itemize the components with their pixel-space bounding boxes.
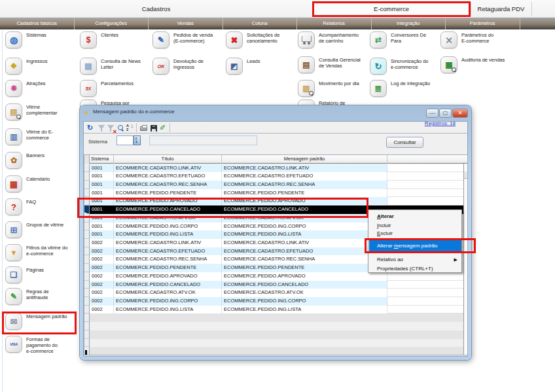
menu-item-incluir[interactable]: Incluir	[369, 221, 461, 230]
registros-link[interactable]: Registros: 18	[425, 120, 456, 126]
menubar-item-5[interactable]: Relatórios	[297, 18, 372, 29]
table-row[interactable]: 0001ECOMMERCE.CADASTRO.EFETUADOECOMMERCE…	[84, 172, 467, 181]
clear-icon[interactable]: ✐	[160, 124, 166, 132]
menu-item-alterar[interactable]: Alterar	[369, 212, 461, 221]
table-row[interactable]: 0002ECOMMERCE.PEDIDO.ING.CORPOECOMMERCE.…	[84, 297, 467, 306]
grid-item-label: Log de integração	[391, 80, 434, 86]
row-marker[interactable]	[84, 272, 90, 281]
minimize-button[interactable]: —	[426, 109, 439, 118]
annotation-box-ecommerce-tab	[312, 1, 471, 17]
pedidos-de-venda-icon: ✎	[152, 31, 170, 48]
solicitacoes-de-cancelamento-icon: ✖	[226, 31, 243, 48]
row-marker[interactable]	[84, 230, 90, 239]
cell: ECOMMERCE.PEDIDO.ING.LISTA	[222, 306, 387, 314]
row-marker[interactable]	[84, 297, 90, 306]
col-header-mensagem[interactable]: Mensagem padrão	[222, 155, 387, 164]
maximize-button[interactable]: ▢	[439, 109, 452, 118]
col-header-titulo[interactable]: Título	[114, 155, 222, 164]
menubar-item-6[interactable]: Integração	[372, 18, 446, 29]
refresh-icon[interactable]: ↻	[87, 124, 93, 132]
menubar-item-4[interactable]: Coluna	[223, 18, 298, 29]
grid-item-label: Consulta de News Letter	[101, 58, 144, 70]
cell: ECOMMERCE.CADASTRO.REC.SENHA	[222, 181, 387, 189]
row-marker[interactable]	[84, 189, 90, 198]
row-marker[interactable]	[84, 255, 90, 264]
row-marker[interactable]	[84, 239, 90, 247]
menubar-item-1[interactable]: Cadastros básicos	[0, 18, 75, 29]
menubar-item-2[interactable]: Configurações	[75, 18, 149, 29]
grid-item-label: Pedidos de venda (E-commerce)	[173, 32, 215, 44]
regras-de-antifraude-icon: ✎	[5, 288, 22, 305]
menu-item-excluir[interactable]: Excluir	[369, 230, 461, 238]
menu-item-propriedades-ctrl-t-[interactable]: Propriedades (CTRL+T)	[369, 264, 461, 273]
col-header-sistema[interactable]: Sistema	[90, 155, 114, 164]
sort-icon[interactable]: AZ	[126, 124, 133, 132]
cell: ECOMMERCE.CADASTRO.LINK.ATIV	[222, 164, 387, 173]
row-marker[interactable]	[84, 281, 90, 289]
cell: ECOMMERCE.CADASTRO.REC.SENHA	[114, 255, 222, 264]
row-marker[interactable]	[84, 264, 90, 272]
cell: ECOMMERCE.CADASTRO.LINK.ATIV	[222, 239, 387, 247]
grid-item-label: Parâmetros do E-commerce	[461, 32, 498, 44]
consultar-button[interactable]: Consultar	[386, 137, 423, 148]
row-marker[interactable]	[84, 223, 90, 231]
annotation-box-selected-row	[77, 198, 368, 218]
sistema-descricao-input[interactable]	[149, 135, 257, 145]
row-marker[interactable]	[84, 247, 90, 256]
cell: ECOMMERCE.PEDIDO.ING.CORPO	[222, 223, 387, 231]
grid-scrollbar[interactable]	[463, 164, 467, 355]
cell: 0002	[90, 297, 114, 306]
table-row[interactable]: 0001ECOMMERCE.CADASTRO.LINK.ATIVECOMMERC…	[84, 164, 467, 173]
formas-de-pagamento-icon: VISA	[5, 336, 22, 353]
menu-separator	[376, 253, 459, 254]
row-marker[interactable]	[84, 172, 90, 181]
menubar-item-3[interactable]: Vendas	[149, 18, 223, 29]
f4-lookup-button[interactable]: F4	[134, 135, 141, 145]
cell: ECOMMERCE.CADASTRO.REC.SENHA	[222, 255, 387, 264]
grid-item-label: Conversores De Para	[391, 32, 429, 44]
save-icon[interactable]	[151, 124, 157, 132]
sistema-input[interactable]	[116, 135, 134, 145]
grid-item-label: Sistemas	[26, 32, 71, 38]
movimento-por-dia-icon: ▨	[298, 80, 315, 97]
grid-item-label: Clientes	[101, 32, 154, 38]
tab-retaguarda-pdv[interactable]: Retaguarda PDV	[471, 0, 531, 18]
cell: 0002	[90, 239, 114, 247]
conversores-de-para-icon: ⇄	[370, 31, 387, 48]
acompanhamento-de-carrinho-icon	[298, 31, 315, 48]
table-empty-row	[84, 330, 467, 339]
grid-item-label: FAQ	[26, 199, 71, 205]
search-icon[interactable]	[118, 124, 123, 130]
cell: 0001	[90, 223, 114, 231]
cell: 0002	[90, 272, 114, 281]
table-row[interactable]: 0001ECOMMERCE.PEDIDO.PENDENTEECOMMERCE.P…	[84, 189, 467, 198]
filter-clear-icon[interactable]: ✕	[107, 124, 114, 130]
grid-item-label: Acompanhamento de carrinho	[319, 32, 365, 44]
grid-item-label: Formas de pagamento do e-commerce	[26, 336, 59, 354]
filter-icon[interactable]	[98, 124, 105, 130]
cell: 0002	[90, 264, 114, 272]
table-row[interactable]: 0002ECOMMERCE.CADASTRO.ATV.OKECOMMERCE.C…	[84, 289, 467, 297]
print-icon[interactable]	[140, 124, 147, 131]
table-row[interactable]: 0002ECOMMERCE.PEDIDO.APROVADOECOMMERCE.P…	[84, 272, 467, 281]
row-marker[interactable]	[84, 289, 90, 297]
tab-cadastros[interactable]: Cadastros	[0, 0, 312, 18]
row-marker[interactable]	[84, 181, 90, 189]
window-title: Mensagem padrão do e-commerce	[93, 109, 175, 115]
row-marker[interactable]	[84, 306, 90, 314]
window-toolbar: ↻ ✕ AZ ✐ Registros: 18	[84, 122, 467, 134]
close-button[interactable]: ✕	[452, 109, 468, 118]
cell: ECOMMERCE.PEDIDO.ING.CORPO	[222, 297, 387, 306]
table-row[interactable]: 0001ECOMMERCE.CADASTRO.REC.SENHAECOMMERC…	[84, 181, 467, 189]
paginas-icon: ❏	[5, 266, 22, 283]
menu-item-relativo-ao[interactable]: Relativo ao▶	[369, 255, 461, 264]
table-row[interactable]: 0002ECOMMERCE.PEDIDO.CANCELADOECOMMERCE.…	[84, 281, 467, 289]
row-marker[interactable]	[84, 164, 90, 173]
annotation-box-mensagem-padrao	[2, 312, 77, 334]
cell	[387, 197, 464, 205]
menubar-item-7[interactable]: Parâmetros	[446, 18, 520, 29]
consulta-de-news-letter-icon: ▤	[80, 58, 97, 75]
calendario-icon: ▦	[5, 175, 22, 192]
grid-item-label: Movimento por dia	[319, 80, 366, 86]
table-row[interactable]: 0002ECOMMERCE.PEDIDO.ING.LISTAECOMMERCE.…	[84, 306, 467, 314]
